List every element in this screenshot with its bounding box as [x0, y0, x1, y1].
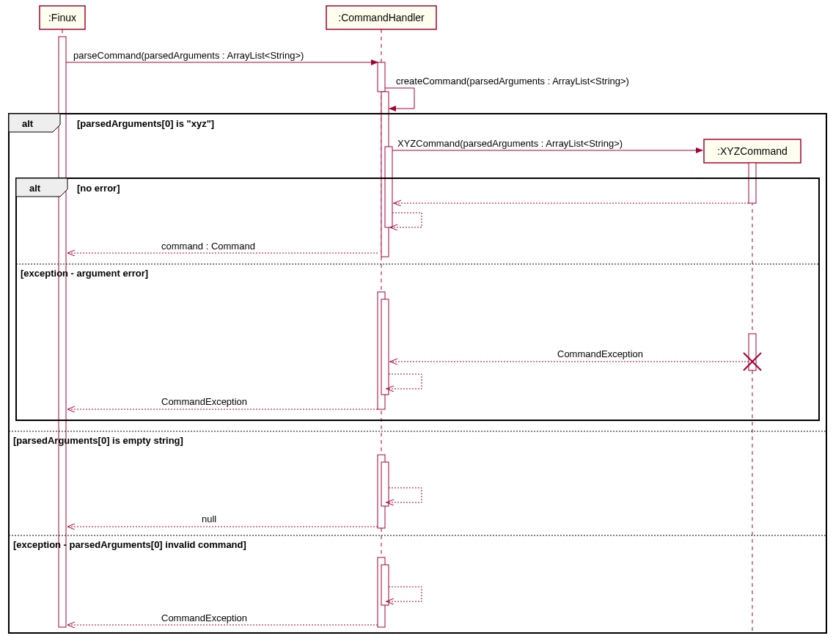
guard-g5: [exception - parsedArguments[0] invalid … [13, 539, 246, 550]
return-command: command : Command [161, 241, 255, 252]
guard-g2: [no error] [77, 183, 120, 194]
activation-handler-3b [381, 299, 389, 395]
participant-xyz-label: :XYZCommand [717, 145, 788, 157]
frame-inner-alt [16, 178, 819, 420]
msg-parsecommand: parseCommand(parsedArguments : ArrayList… [73, 50, 304, 61]
sequence-diagram: :Finux :CommandHandler :XYZCommand alt [… [0, 0, 833, 644]
guard-g3: [exception - argument error] [21, 268, 148, 279]
activation-handler-4b [381, 462, 389, 506]
activation-handler-2b [385, 147, 392, 227]
participant-handler-label: :CommandHandler [338, 12, 425, 23]
activation-xyz-1 [749, 163, 756, 203]
activation-handler-1 [378, 62, 385, 92]
frame-outer-alt-label: alt [22, 118, 34, 129]
msg-createcommand-arrow [385, 88, 414, 109]
return-exception-3: CommandException [161, 612, 247, 623]
guard-g1: [parsedArguments[0] is "xyz"] [77, 118, 214, 129]
frame-inner-alt-tab [16, 178, 67, 197]
self-return-1 [389, 213, 422, 227]
self-return-3 [386, 488, 422, 502]
self-return-2 [386, 374, 422, 389]
msg-xyzcommand: XYZCommand(parsedArguments : ArrayList<S… [397, 138, 623, 149]
return-exception-2: CommandException [161, 396, 247, 407]
self-return-4 [386, 587, 422, 601]
return-null: null [202, 513, 216, 524]
participant-finux-label: :Finux [48, 12, 76, 23]
frame-outer-alt-tab [9, 114, 60, 132]
guard-g4: [parsedArguments[0] is empty string] [13, 435, 183, 446]
activation-handler-5b [381, 565, 389, 605]
frame-inner-alt-label: alt [29, 183, 41, 194]
msg-createcommand: createCommand(parsedArguments : ArrayLis… [396, 76, 629, 87]
return-exception-1: CommandException [557, 348, 643, 359]
frame-outer-alt [9, 114, 826, 633]
